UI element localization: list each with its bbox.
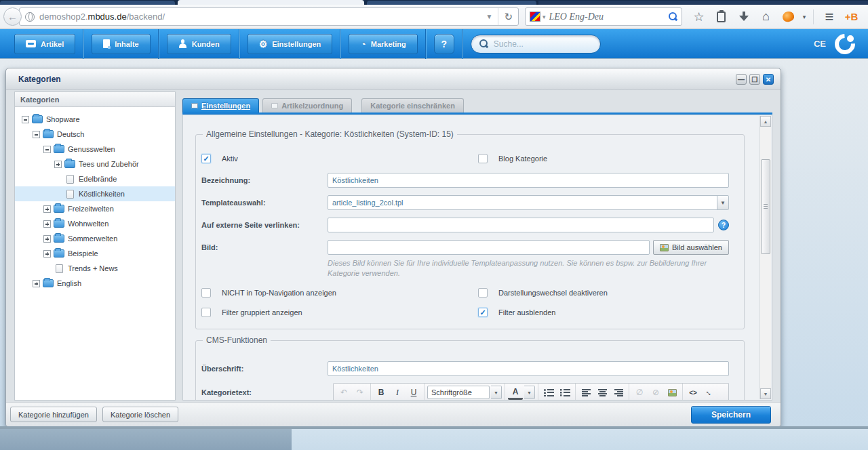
speichern-button[interactable]: Speichern	[691, 406, 771, 424]
chevron-down-icon[interactable]: ▼	[717, 196, 728, 209]
align-right-button[interactable]	[611, 386, 626, 400]
tree-item-deutsch[interactable]: Deutsch	[15, 127, 175, 142]
numbered-list-button[interactable]	[557, 386, 572, 400]
collapse-icon[interactable]	[33, 131, 40, 138]
search-icon[interactable]	[669, 12, 677, 21]
tree-item-beispiele[interactable]: Beispiele	[15, 246, 175, 261]
maximize-icon[interactable]: ❒	[749, 74, 760, 85]
insert-image-button[interactable]	[665, 386, 679, 400]
home-icon[interactable]: ⌂	[755, 7, 777, 26]
expand-icon[interactable]	[43, 250, 51, 258]
tab-artikelzuordnung[interactable]: Artikelzuordnung	[262, 98, 352, 112]
bild-auswaehlen-button[interactable]: Bild auswählen	[653, 240, 729, 255]
url-bar[interactable]: demoshop2.mbdus.de/backend/ ▼ ↻	[19, 7, 519, 26]
addon-paw-icon[interactable]	[777, 7, 800, 26]
expand-icon[interactable]	[33, 280, 40, 287]
scroll-up-icon[interactable]: ▲	[760, 116, 771, 127]
chevron-down-icon[interactable]: ▼	[524, 386, 535, 399]
blog-kategorie-checkbox[interactable]: ✓	[478, 154, 488, 163]
undo-icon[interactable]: ↶	[336, 386, 351, 400]
fullscreen-button[interactable]: ↔	[702, 386, 717, 400]
scrollbar-thumb[interactable]	[761, 159, 770, 254]
backend-search-input[interactable]	[494, 39, 575, 49]
chevron-down-icon[interactable]: ▼	[491, 386, 502, 399]
back-button[interactable]: ←	[3, 7, 22, 26]
nav-artikel-button[interactable]: Artikel	[14, 34, 75, 54]
tree-item-genusswelten[interactable]: Genusswelten	[15, 142, 175, 157]
fontsize-select[interactable]: Schriftgröße	[427, 386, 490, 399]
minimize-icon[interactable]: —	[736, 74, 747, 85]
template-combobox[interactable]: ▼	[328, 195, 729, 210]
externe-seite-input[interactable]	[328, 218, 714, 232]
nicht-topnav-checkbox[interactable]: ✓	[201, 288, 211, 298]
bezeichnung-input[interactable]	[328, 173, 729, 188]
align-left-button[interactable]	[578, 386, 593, 400]
form-scrollbar[interactable]: ▲ ▼	[760, 116, 771, 399]
tree-item-shopware[interactable]: Shopware	[15, 112, 175, 127]
collapse-icon[interactable]	[43, 146, 51, 153]
aktiv-checkbox[interactable]: ✓	[201, 154, 211, 163]
tab-icon	[191, 103, 198, 108]
scroll-down-icon[interactable]: ▼	[760, 388, 771, 399]
font-color-button[interactable]: A	[508, 386, 523, 400]
browser-search[interactable]: ▾	[525, 7, 682, 26]
backend-search[interactable]	[471, 35, 601, 54]
tree-label: Freizeitwelten	[68, 205, 114, 213]
bild-input[interactable]	[328, 240, 650, 255]
help-tooltip-icon[interactable]: ?	[718, 220, 729, 230]
tree-item-tees-und-zubehoer[interactable]: Tees und Zubehör	[15, 157, 175, 171]
link-icon[interactable]: ∅	[632, 386, 647, 400]
tree-item-sommerwelten[interactable]: Sommerwelten	[15, 231, 175, 246]
reload-icon[interactable]: ↻	[498, 8, 518, 25]
browser-tab-active[interactable]	[178, 0, 364, 5]
leo-engine-icon[interactable]	[530, 12, 540, 22]
expand-icon[interactable]	[43, 220, 51, 228]
tree-label: Köstlichkeiten	[79, 190, 125, 198]
bold-button[interactable]: B	[374, 386, 389, 400]
tab-einstellungen[interactable]: Einstellungen	[182, 98, 259, 112]
darstellungswechsel-checkbox[interactable]: ✓	[478, 288, 488, 298]
tree-item-edelbraende[interactable]: Edelbrände	[15, 171, 175, 186]
tree-item-wohnwelten[interactable]: Wohnwelten	[15, 216, 175, 231]
downloads-icon[interactable]	[732, 7, 755, 26]
reading-list-icon[interactable]	[710, 7, 732, 26]
bookmarklet-button[interactable]: +B	[840, 7, 863, 26]
kategorie-hinzufuegen-button[interactable]: Kategorie hinzufügen	[10, 407, 97, 422]
filter-ausblenden-label: Filter ausblenden	[498, 308, 555, 316]
nav-marketing-button[interactable]: ◔ Marketing	[349, 34, 417, 54]
addon-dropdown-icon[interactable]: ▾	[800, 14, 809, 20]
italic-button[interactable]: I	[390, 386, 405, 400]
nav-inhalte-button[interactable]: Inhalte	[92, 34, 150, 54]
help-button[interactable]: ?	[434, 34, 454, 54]
unlink-icon[interactable]: ⊘	[648, 386, 663, 400]
url-dropdown-icon[interactable]: ▼	[481, 13, 498, 20]
redo-icon[interactable]: ↷	[353, 386, 368, 400]
tree-item-english[interactable]: English	[15, 276, 175, 291]
template-combo-input[interactable]	[328, 195, 729, 210]
close-icon[interactable]: ✕	[763, 74, 774, 85]
ueberschrift-input[interactable]	[328, 361, 729, 376]
tree-item-trends-news[interactable]: Trends + News	[15, 261, 175, 276]
filter-gruppiert-checkbox[interactable]: ✓	[201, 308, 211, 317]
bookmark-star-icon[interactable]: ☆	[688, 7, 710, 26]
expand-icon[interactable]	[43, 235, 51, 243]
align-center-button[interactable]	[595, 386, 610, 400]
expand-icon[interactable]	[54, 161, 62, 168]
bezeichnung-row: Bezeichnung:	[201, 173, 729, 188]
underline-button[interactable]: U	[406, 386, 421, 400]
nav-einstellungen-button[interactable]: ⚙ Einstellungen	[248, 34, 333, 54]
window-header[interactable]: Kategorien — ❒ ✕	[6, 68, 781, 90]
tree-item-freizeitwelten[interactable]: Freizeitwelten	[15, 201, 175, 216]
engine-dropdown-icon[interactable]: ▾	[542, 14, 546, 20]
expand-icon[interactable]	[43, 205, 51, 213]
browser-search-input[interactable]	[549, 12, 666, 22]
collapse-icon[interactable]	[22, 116, 29, 123]
kategorie-loeschen-button[interactable]: Kategorie löschen	[102, 407, 178, 422]
tab-kategorie-einschraenken[interactable]: Kategorie einschränken	[361, 98, 464, 112]
bullet-list-button[interactable]	[541, 386, 556, 400]
source-code-button[interactable]: <>	[686, 386, 701, 400]
menu-hamburger-icon[interactable]: ≡	[818, 7, 840, 26]
tree-item-koestlichkeiten[interactable]: Köstlichkeiten	[15, 186, 175, 201]
filter-ausblenden-checkbox[interactable]: ✓	[478, 308, 488, 317]
nav-kunden-button[interactable]: Kunden	[167, 34, 231, 54]
